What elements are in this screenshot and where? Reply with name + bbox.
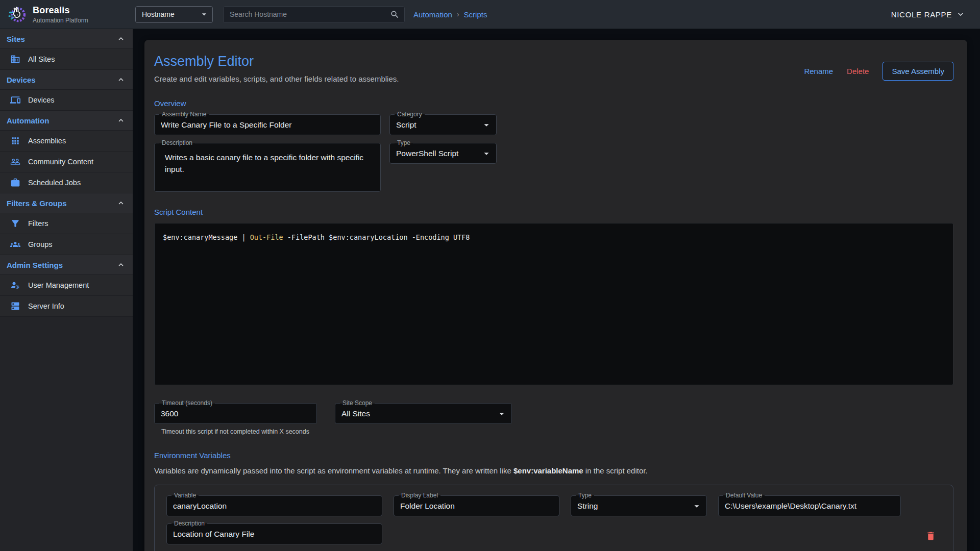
variable-name-input[interactable] (173, 502, 376, 511)
breadcrumb-separator: › (457, 10, 459, 18)
borealis-logo (6, 4, 28, 25)
breadcrumb-link-automation[interactable]: Automation (413, 10, 452, 19)
header-actions: Rename Delete Save Assembly (804, 62, 953, 81)
variable-type-select[interactable]: Type String (571, 495, 707, 516)
field-label: Type (395, 139, 413, 147)
sidebar-item-server-info[interactable]: Server Info (0, 296, 133, 317)
sidebar-item-label: User Management (28, 281, 89, 289)
arrow-drop-down-icon (691, 500, 702, 512)
category-select[interactable]: Category Script (389, 114, 497, 135)
user-gear-icon (10, 280, 20, 290)
section-label: Devices (7, 76, 36, 84)
variable-type-value: String (577, 502, 598, 511)
title-block: Assembly Editor Create and edit variable… (154, 51, 399, 83)
field-label: Category (395, 110, 425, 119)
timeout-field: Timeout (seconds) (154, 403, 317, 424)
code-text: -FilePath $env:canaryLocation -Encoding … (283, 233, 470, 241)
field-label: Description (159, 139, 195, 147)
timeout-helper-text: Timeout this script if not completed wit… (161, 428, 317, 435)
description-input[interactable]: Writes a basic canary file to a specific… (155, 143, 380, 191)
field-label: Type (576, 491, 594, 500)
default-value-input[interactable] (725, 502, 894, 511)
assembly-name-input[interactable] (161, 120, 374, 130)
sidebar-section-sites[interactable]: Sites (0, 29, 133, 49)
arrow-drop-down-icon (199, 9, 209, 19)
arrow-drop-down-icon (481, 148, 492, 159)
timeout-input[interactable] (161, 409, 310, 418)
timeout-block: Timeout (seconds) Timeout this script if… (154, 403, 317, 435)
sidebar-item-label: Assemblies (28, 137, 66, 145)
section-label: Admin Settings (7, 261, 63, 269)
field-label: Timeout (seconds) (159, 399, 215, 408)
brand-text: Borealis Automation Platform (33, 5, 88, 24)
section-label: Filters & Groups (7, 199, 67, 208)
sidebar-item-label: Devices (28, 96, 55, 104)
category-value: Script (396, 120, 416, 130)
type-value: PowerShell Script (396, 149, 458, 158)
arrow-drop-down-icon (481, 119, 492, 131)
filter-icon (10, 218, 20, 229)
card-header: Assembly Editor Create and edit variable… (154, 51, 953, 83)
delete-button[interactable]: Delete (847, 67, 869, 76)
sidebar-item-label: Filters (28, 219, 48, 228)
variable-fields-row: Variable Display Label Type String Defau… (166, 495, 941, 516)
display-label-input[interactable] (400, 502, 553, 511)
sidebar-item-groups[interactable]: Groups (0, 234, 133, 255)
variable-name-field: Variable (166, 495, 382, 516)
breadcrumb-link-scripts[interactable]: Scripts (464, 10, 487, 19)
sidebar-item-label: Community Content (28, 158, 93, 166)
save-assembly-button[interactable]: Save Assembly (883, 62, 953, 81)
delete-variable-button[interactable] (924, 529, 938, 544)
sidebar-section-automation[interactable]: Automation (0, 111, 133, 131)
field-label: Assembly Name (159, 110, 209, 119)
sidebar-section-admin-settings[interactable]: Admin Settings (0, 255, 133, 275)
sidebar-item-filters[interactable]: Filters (0, 213, 133, 234)
display-label-field: Display Label (394, 495, 559, 516)
script-editor[interactable]: $env:canaryMessage | Out-File -FilePath … (154, 223, 953, 385)
groups-icon (10, 239, 20, 249)
site-scope-select[interactable]: Site Scope All Sites (335, 403, 512, 424)
type-select[interactable]: Type PowerShell Script (389, 143, 497, 164)
overview-fields: Assembly Name Category Script Descriptio… (154, 114, 953, 192)
field-label: Site Scope (340, 399, 375, 408)
chevron-up-icon (116, 198, 126, 208)
variable-description-input[interactable] (173, 530, 376, 539)
env-vars-section-label: Environment Variables (154, 451, 953, 460)
sidebar-item-user-management[interactable]: User Management (0, 275, 133, 296)
field-label: Display Label (399, 491, 440, 500)
topbar: Borealis Automation Platform Hostname Au… (0, 0, 980, 29)
hostname-select[interactable]: Hostname (135, 6, 213, 23)
variable-description-field: Description (166, 523, 382, 544)
chevron-down-icon (955, 9, 966, 19)
script-content-section-label: Script Content (154, 208, 953, 216)
user-menu[interactable]: NICOLE RAPPE (891, 9, 966, 19)
people-icon (10, 157, 20, 167)
main-content: Assembly Editor Create and edit variable… (133, 29, 980, 551)
sidebar-item-devices[interactable]: Devices (0, 90, 133, 111)
sidebar-item-all-sites[interactable]: All Sites (0, 49, 133, 70)
code-command: Out-File (250, 233, 283, 241)
assembly-name-field: Assembly Name (154, 114, 381, 135)
overview-section-label: Overview (154, 99, 953, 108)
hostname-select-label: Hostname (142, 10, 175, 18)
variable-row: Variable Display Label Type String Defau… (154, 485, 953, 551)
page-subtitle: Create and edit variables, scripts, and … (154, 74, 399, 83)
breadcrumb: Automation › Scripts (413, 10, 487, 19)
sidebar-item-assemblies[interactable]: Assemblies (0, 131, 133, 152)
sidebar: Sites All Sites Devices Devices Automati… (0, 29, 133, 551)
rename-button[interactable]: Rename (804, 67, 833, 76)
sidebar-section-devices[interactable]: Devices (0, 70, 133, 90)
env-desc-text: in the script editor. (583, 466, 648, 475)
chevron-up-icon (116, 116, 126, 125)
field-label: Default Value (723, 491, 765, 500)
field-label: Description (172, 519, 207, 528)
sidebar-item-label: All Sites (28, 55, 55, 63)
search-input[interactable] (223, 6, 405, 23)
sidebar-item-scheduled-jobs[interactable]: Scheduled Jobs (0, 172, 133, 193)
sidebar-item-community-content[interactable]: Community Content (0, 152, 133, 172)
field-label: Variable (172, 491, 199, 500)
brand-name: Borealis (33, 5, 88, 16)
sidebar-section-filters-groups[interactable]: Filters & Groups (0, 193, 133, 213)
search-icon[interactable] (390, 10, 400, 19)
default-value-field: Default Value (718, 495, 901, 516)
